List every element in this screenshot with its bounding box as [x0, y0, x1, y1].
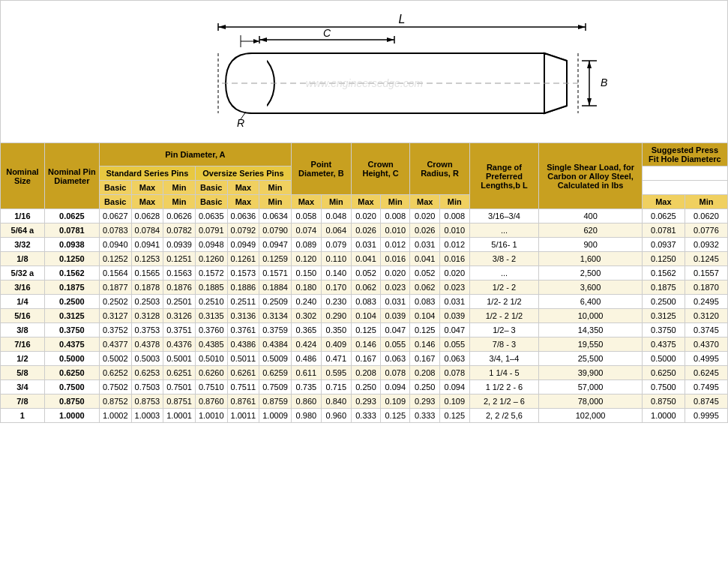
table-cell: 0.016 — [381, 252, 410, 266]
table-cell: 0.0634 — [259, 209, 292, 224]
table-cell: 0.125 — [351, 323, 380, 338]
table-cell: 0.0625 — [44, 209, 99, 224]
svg-marker-9 — [259, 38, 267, 42]
table-cell: 0.424 — [291, 338, 321, 352]
table-cell: 0.8752 — [99, 394, 131, 409]
table-row: 5/64 a0.07810.07830.07840.07820.07910.07… — [1, 224, 728, 238]
nominal-size-header: Nominal Size — [1, 143, 45, 209]
cr-r-max-label: Max — [410, 195, 440, 209]
table-cell: 0.1563 — [163, 266, 196, 280]
table-cell: 0.120 — [291, 252, 321, 266]
table-cell: 900 — [539, 238, 643, 252]
table-cell: 400 — [539, 209, 643, 224]
table-cell: 1/2 - 2 — [469, 280, 539, 295]
table-cell: 1/2 — [1, 352, 45, 366]
table-cell: 0.020 — [381, 266, 410, 280]
table-cell: 0.078 — [381, 366, 410, 380]
table-cell: 0.980 — [291, 409, 321, 423]
table-cell: 0.010 — [381, 224, 410, 238]
table-row: 3/320.09380.09400.09410.09390.09480.0949… — [1, 238, 728, 252]
table-cell: 0.020 — [351, 209, 380, 224]
table-cell: 0.146 — [410, 338, 440, 352]
svg-marker-10 — [387, 38, 394, 42]
table-cell: 0.3750 — [642, 323, 685, 338]
table-cell: 2,500 — [539, 266, 643, 280]
table-cell: 1 — [1, 409, 45, 423]
table-cell: 0.3127 — [99, 309, 131, 323]
table-cell: 0.0949 — [227, 238, 259, 252]
table-cell: 0.008 — [440, 209, 470, 224]
table-cell: 0.7511 — [227, 380, 259, 394]
table-cell: 0.1886 — [227, 280, 259, 295]
table-cell: 0.611 — [291, 366, 321, 380]
table-cell: 0.302 — [291, 309, 321, 323]
table-cell: 3/16 — [1, 280, 45, 295]
table-cell: 0.167 — [351, 352, 380, 366]
table-row: 5/32 a0.15620.15640.15650.15630.15720.15… — [1, 266, 728, 280]
table-cell: 0.6261 — [227, 366, 259, 380]
table-cell: 0.8751 — [163, 394, 196, 409]
svg-text:B: B — [601, 76, 607, 88]
table-cell: 0.595 — [321, 366, 351, 380]
table-cell: 0.4370 — [685, 338, 727, 352]
table-cell: 0.7500 — [44, 380, 99, 394]
crown-height-header: Crown Height, C — [351, 143, 410, 195]
table-cell: 0.3128 — [131, 309, 163, 323]
table-cell: 0.109 — [440, 394, 470, 409]
nominal-pin-diameter-header: Nominal Pin Diameter — [44, 143, 99, 209]
table-cell: 0.1250 — [44, 252, 99, 266]
table-cell: 0.104 — [351, 309, 380, 323]
table-cell: 0.4995 — [685, 352, 727, 366]
table-cell: 0.250 — [410, 380, 440, 394]
table-cell: 0.0784 — [131, 224, 163, 238]
table-cell: 0.150 — [291, 266, 321, 280]
std-min-label: Min — [163, 195, 196, 209]
table-cell: 0.6251 — [163, 366, 196, 380]
table-cell: 0.1245 — [685, 252, 727, 266]
table-cell: 0.6260 — [195, 366, 227, 380]
table-cell: 0.0776 — [685, 224, 727, 238]
table-cell: 0.3752 — [99, 323, 131, 338]
table-cell: 0.170 — [321, 280, 351, 295]
table-cell: 0.0932 — [685, 238, 727, 252]
table-cell: 0.293 — [410, 394, 440, 409]
table-cell: 5/16- 1 — [469, 238, 539, 252]
table-cell: 14,350 — [539, 323, 643, 338]
hole-max-label: Max — [642, 195, 685, 209]
table-cell: 25,500 — [539, 352, 643, 366]
table-cell: 0.290 — [321, 309, 351, 323]
table-cell: 0.1252 — [99, 252, 131, 266]
table-cell: 0.840 — [321, 394, 351, 409]
table-cell: 0.1885 — [195, 280, 227, 295]
table-cell: 0.8745 — [685, 394, 727, 409]
std-basic-header: Basic — [99, 181, 131, 195]
std-basic-label: Basic — [99, 195, 131, 209]
table-cell: 0.047 — [381, 323, 410, 338]
table-cell: 0.2495 — [685, 295, 727, 309]
table-cell: 0.031 — [410, 238, 440, 252]
table-cell: 0.4386 — [227, 338, 259, 352]
table-cell: 0.5011 — [227, 352, 259, 366]
table-cell: 0.094 — [440, 380, 470, 394]
table-cell: 0.041 — [410, 252, 440, 266]
table-cell: 0.8760 — [195, 394, 227, 409]
cr-r-min-label: Min — [440, 195, 470, 209]
table-cell: 0.2503 — [131, 295, 163, 309]
table-cell: 0.5000 — [44, 352, 99, 366]
table-cell: 39,900 — [539, 366, 643, 380]
table-cell: 0.055 — [381, 338, 410, 352]
table-cell: 3/4 — [1, 380, 45, 394]
table-cell: 0.0627 — [99, 209, 131, 224]
table-cell: 0.1877 — [99, 280, 131, 295]
table-cell: 0.055 — [440, 338, 470, 352]
table-cell: 0.5003 — [131, 352, 163, 366]
ov-min-header: Min — [259, 181, 292, 195]
table-cell: 1/16 — [1, 209, 45, 224]
table-cell: 0.180 — [291, 280, 321, 295]
table-cell: 0.3126 — [163, 309, 196, 323]
table-cell: 0.1876 — [163, 280, 196, 295]
table-cell: 0.0620 — [685, 209, 727, 224]
table-cell: 5/8 — [1, 366, 45, 380]
table-cell: 0.2510 — [195, 295, 227, 309]
table-cell: 0.1557 — [685, 266, 727, 280]
